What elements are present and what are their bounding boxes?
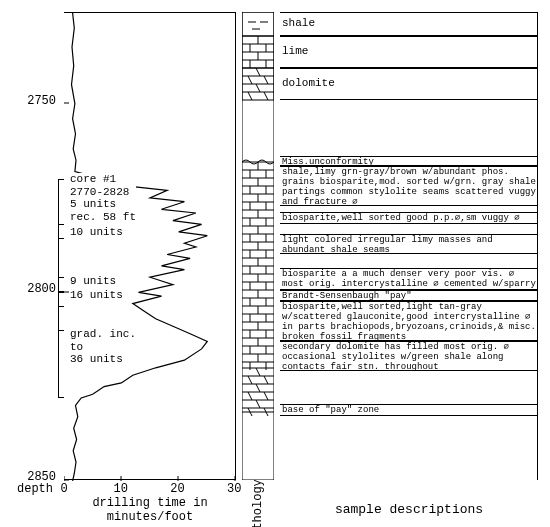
desc-d5: biosparite,well sorted,light tan-gray w/… [280,301,538,341]
x-tick-30: 30 [227,482,241,496]
depth-axis: 2750 2800 2850 [12,12,58,480]
svg-line-27 [248,76,252,84]
svg-line-104 [248,376,252,384]
desc-d6: secondary dolomite has filled most orig.… [280,341,538,371]
bracket-10units [58,224,64,239]
note-grad: grad. inc. to 36 units [70,328,136,366]
bracket-9units [58,277,64,292]
svg-line-108 [264,392,268,400]
shale-pattern [242,12,274,36]
svg-line-109 [256,400,260,408]
drilling-curve [64,13,236,481]
lithology-column [242,12,274,480]
svg-rect-11 [242,12,274,36]
well-log-figure: 2750 2800 2850 core #1 2770-2828 5 units… [12,12,538,480]
desc-base: base of "pay" zone [280,404,538,416]
depth-tick-2750: 2750 [27,94,56,108]
svg-line-103 [256,368,260,376]
depth-tick-2800: 2800 [27,282,56,296]
x-ticks: 0 10 20 30 [64,482,236,496]
x-tick-20: 20 [170,482,184,496]
limestone-section [242,162,274,370]
svg-line-28 [264,76,268,84]
x-axis-label: drilling time in minutes/foot [64,496,236,524]
svg-line-30 [248,92,252,100]
axis-label-row: depth 0 10 20 30 drilling time in minute… [12,482,538,527]
sample-desc-axis-label: sample descriptions [280,482,538,517]
drilling-time-chart: core #1 2770-2828 5 units rec. 58 ft 10 … [64,12,236,480]
note-10-units: 10 units [70,226,123,239]
desc-miss: Miss.unconformity [280,156,538,166]
bracket-grad [58,330,64,398]
svg-line-29 [256,84,260,92]
note-16-units: 16 units [70,289,123,302]
x-tick-10: 10 [114,482,128,496]
core-note: core #1 2770-2828 5 units rec. 58 ft [70,173,136,224]
depth-tick-2850: 2850 [27,470,56,484]
lime-pattern [242,36,274,68]
desc-lime: lime [280,36,538,68]
x-tick-0: 0 [60,482,67,496]
svg-line-107 [248,392,252,400]
dolomite-section [242,368,274,416]
svg-line-31 [264,92,268,100]
lithology-axis-label: lithology [242,482,274,527]
svg-line-26 [256,68,260,76]
dolomite-pattern [242,68,274,100]
note-9-units: 9 units [70,275,116,288]
desc-d1: shale,limy grn-gray/brown w/abundant pho… [280,166,538,206]
svg-line-105 [264,376,268,384]
desc-dolomite: dolomite [280,68,538,100]
sample-descriptions: shale lime dolomite Miss.unconformity sh… [280,12,538,480]
svg-line-106 [256,384,260,392]
desc-d4: biosparite a a much denser very poor vis… [280,268,538,290]
bracket-16units [58,292,64,307]
desc-d3: light colored irregular limy masses and … [280,234,538,254]
desc-pay: Brandt-Sensenbaugh "pay" [280,290,538,301]
desc-d2: biosparite,well sorted good p.p.∅,sm vug… [280,212,538,224]
depth-axis-label: depth [12,482,58,496]
desc-shale: shale [280,12,538,36]
